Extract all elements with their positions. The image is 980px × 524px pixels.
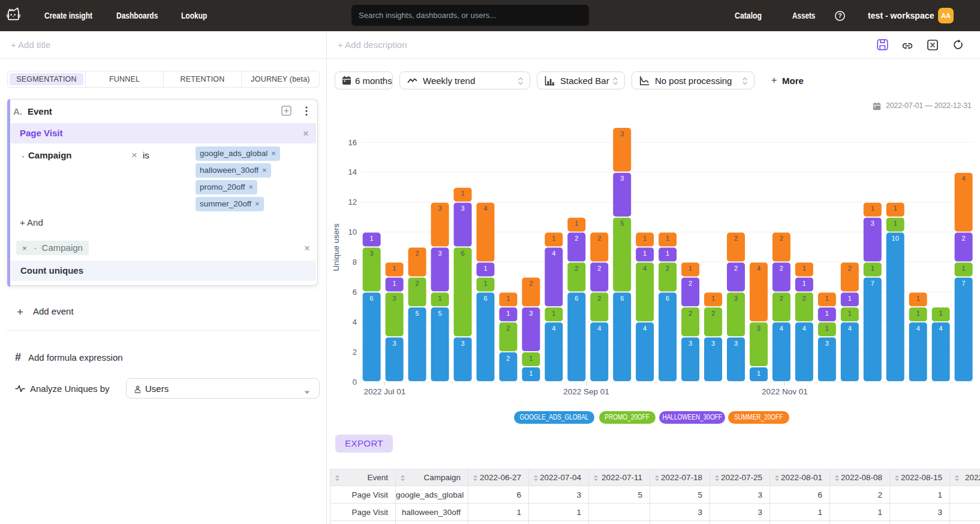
svg-text:2: 2	[597, 295, 601, 302]
svg-text:8: 8	[353, 257, 357, 267]
svg-text:0: 0	[353, 378, 357, 387]
svg-text:1: 1	[552, 235, 555, 242]
svg-text:7: 7	[871, 280, 874, 287]
svg-text:2: 2	[711, 310, 715, 317]
svg-text:1: 1	[438, 295, 441, 302]
svg-text:2: 2	[506, 325, 510, 332]
svg-text:4: 4	[597, 325, 601, 332]
svg-text:3: 3	[438, 250, 441, 257]
svg-text:12: 12	[348, 197, 357, 206]
svg-text:1: 1	[529, 355, 533, 362]
svg-text:2: 2	[689, 280, 692, 287]
svg-text:6: 6	[666, 295, 669, 302]
svg-text:1: 1	[643, 250, 647, 257]
svg-text:3: 3	[825, 340, 829, 347]
svg-text:6: 6	[620, 295, 624, 302]
svg-text:1: 1	[825, 325, 829, 332]
svg-text:6: 6	[575, 295, 578, 302]
svg-text:4: 4	[780, 325, 783, 332]
svg-text:1: 1	[962, 265, 966, 272]
svg-text:4: 4	[552, 250, 555, 257]
svg-text:3: 3	[461, 205, 464, 212]
svg-text:2: 2	[416, 250, 419, 257]
svg-text:14: 14	[348, 167, 357, 176]
svg-text:3: 3	[529, 310, 533, 317]
svg-text:2: 2	[734, 235, 738, 242]
svg-text:1: 1	[461, 190, 464, 197]
svg-text:2: 2	[780, 235, 783, 242]
svg-text:1: 1	[393, 280, 396, 287]
svg-text:7: 7	[962, 280, 966, 287]
svg-text:6: 6	[483, 295, 487, 302]
svg-text:2: 2	[506, 355, 510, 362]
svg-text:1: 1	[370, 235, 374, 242]
svg-text:2: 2	[416, 280, 419, 287]
svg-text:2022 Jul 01: 2022 Jul 01	[363, 387, 405, 396]
svg-text:3: 3	[711, 340, 715, 347]
svg-text:1: 1	[506, 310, 510, 317]
svg-text:2: 2	[734, 265, 738, 272]
svg-text:2: 2	[780, 265, 783, 272]
svg-text:3: 3	[393, 340, 396, 347]
svg-text:1: 1	[871, 205, 874, 212]
svg-text:4: 4	[848, 325, 852, 332]
svg-text:5: 5	[620, 220, 624, 227]
svg-text:6: 6	[370, 295, 374, 302]
svg-text:4: 4	[802, 325, 806, 332]
svg-text:1: 1	[871, 265, 874, 272]
svg-text:2: 2	[575, 235, 578, 242]
svg-text:4: 4	[483, 205, 487, 212]
svg-text:4: 4	[643, 325, 647, 332]
svg-text:3: 3	[461, 340, 464, 347]
svg-text:?: ?	[838, 13, 841, 19]
svg-text:1: 1	[848, 295, 852, 302]
svg-text:6: 6	[461, 250, 464, 257]
svg-text:2: 2	[689, 310, 692, 317]
svg-text:3: 3	[757, 325, 760, 332]
svg-text:10: 10	[892, 235, 899, 242]
svg-text:4: 4	[552, 325, 555, 332]
svg-text:4: 4	[757, 265, 760, 272]
svg-text:1: 1	[939, 310, 943, 317]
svg-text:1: 1	[848, 310, 852, 317]
svg-text:2022 Sep 01: 2022 Sep 01	[563, 387, 609, 396]
svg-text:2022 Nov 01: 2022 Nov 01	[762, 387, 808, 396]
svg-text:5: 5	[438, 310, 441, 317]
svg-text:2: 2	[962, 235, 966, 242]
svg-text:2: 2	[353, 348, 357, 357]
svg-text:1: 1	[506, 295, 510, 302]
svg-text:1: 1	[393, 265, 396, 272]
svg-text:5: 5	[416, 310, 419, 317]
svg-text:3: 3	[393, 295, 396, 302]
svg-text:1: 1	[916, 295, 920, 302]
svg-text:4: 4	[962, 175, 966, 182]
svg-text:3: 3	[734, 340, 738, 347]
svg-text:4: 4	[916, 325, 920, 332]
svg-text:1: 1	[894, 205, 897, 212]
svg-text:1: 1	[575, 220, 578, 227]
svg-text:1: 1	[802, 280, 806, 287]
svg-text:1: 1	[894, 220, 897, 227]
svg-text:2: 2	[780, 295, 783, 302]
svg-text:1: 1	[689, 265, 692, 272]
svg-text:1: 1	[757, 370, 760, 377]
svg-text:3: 3	[734, 295, 738, 302]
svg-text:1: 1	[825, 295, 829, 302]
svg-text:1: 1	[711, 295, 715, 302]
svg-text:1: 1	[643, 235, 647, 242]
svg-text:2: 2	[597, 235, 601, 242]
svg-text:3: 3	[370, 250, 374, 257]
svg-text:3: 3	[620, 175, 624, 182]
svg-text:2: 2	[529, 280, 533, 287]
svg-text:1: 1	[916, 310, 920, 317]
svg-text:1: 1	[483, 265, 487, 272]
svg-text:2: 2	[848, 265, 852, 272]
svg-text:1: 1	[529, 370, 533, 377]
svg-text:1: 1	[552, 310, 555, 317]
svg-text:1: 1	[666, 235, 669, 242]
svg-text:3: 3	[620, 130, 624, 137]
svg-text:1: 1	[483, 280, 487, 287]
svg-text:2: 2	[575, 265, 578, 272]
svg-text:2: 2	[597, 265, 601, 272]
svg-text:10: 10	[348, 227, 357, 236]
